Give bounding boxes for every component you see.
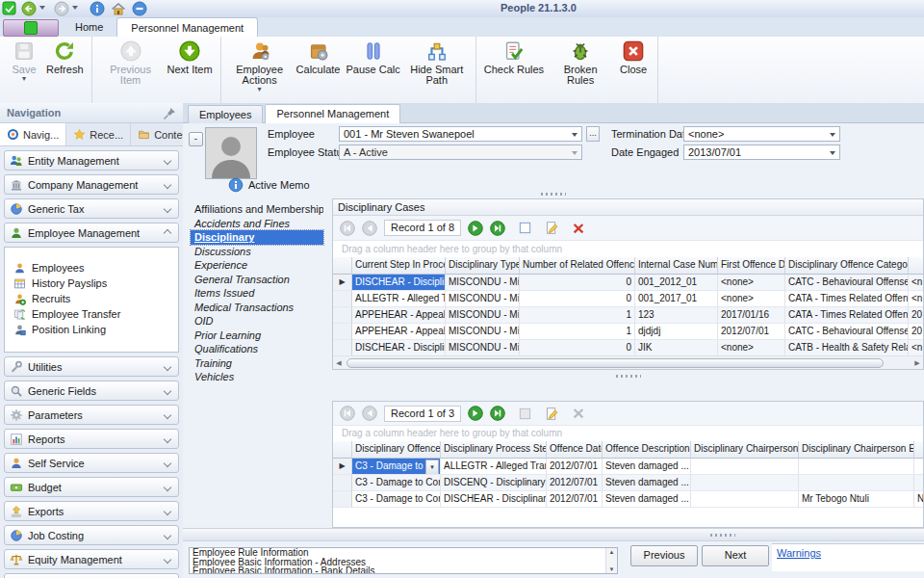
cell[interactable]: 001_2017_01 [635, 291, 718, 307]
row-selector[interactable] [333, 291, 352, 307]
category-item-experience[interactable]: Experience [191, 258, 323, 273]
cell[interactable] [691, 459, 799, 475]
cell[interactable] [914, 459, 923, 475]
nav-group-equity-management[interactable]: Equity Management [4, 549, 179, 569]
cell[interactable]: JIK [635, 340, 718, 356]
cell[interactable]: 0 [520, 275, 635, 291]
scroll-down-icon[interactable]: ▼ [606, 566, 617, 572]
pause-calc-button[interactable]: Pause Calc [343, 39, 402, 75]
column-header-offence-date[interactable]: Offence Date [547, 441, 603, 459]
cell[interactable]: Mr Tebogo Ntuli [799, 491, 914, 508]
column-header-first-offence-date[interactable]: First Offence Date [718, 257, 785, 275]
scroll-right-icon[interactable]: ▶ [911, 357, 923, 368]
rule-information-list[interactable]: Employee Rule InformationEmployee Basic … [189, 547, 618, 574]
cell[interactable]: C3 - Damage to Com... [352, 475, 441, 491]
category-item-disciplinary[interactable]: Disciplinary [191, 230, 323, 245]
cell[interactable]: 0 [520, 291, 635, 307]
edit-record-button[interactable] [545, 221, 559, 235]
nav-item-history-payslips[interactable]: History Payslips [5, 276, 178, 291]
cell[interactable]: 0 [520, 340, 635, 356]
table-row[interactable]: ▶C3 - Damage to ...▾ALLEGTR - Alleged Tr… [333, 459, 923, 475]
nav-item-employee-transfer[interactable]: Employee Transfer [5, 306, 178, 322]
employee-ellipsis-button[interactable]: ... [586, 126, 600, 142]
save-button[interactable]: Save▾ [5, 39, 43, 83]
delete-record-button[interactable] [572, 222, 585, 235]
row-selector[interactable] [333, 491, 352, 508]
ribbon-tab-home[interactable]: Home [62, 18, 116, 37]
cell[interactable]: DISCHEAR - Disciplinary ... [441, 491, 547, 508]
nav-group-exports[interactable]: Exports [4, 501, 179, 521]
cell[interactable]: MISCONDU - Misc... [446, 291, 520, 307]
cell[interactable]: <none> [718, 340, 785, 356]
next-item-button[interactable]: Next Item [165, 39, 216, 75]
cell[interactable]: ALLEGTR - Alleged Trans... [441, 459, 547, 475]
warnings-link[interactable]: Warnings [772, 544, 826, 562]
cell[interactable]: <none> [718, 275, 785, 291]
cell[interactable]: CATC - Behavioural Offenses [785, 324, 909, 340]
category-item-affiliations-and-memberships[interactable]: Affiliations and Memberships [191, 202, 323, 217]
previous-record-button[interactable] [362, 406, 377, 421]
last-record-button[interactable] [490, 221, 505, 236]
category-item-general-transaction[interactable]: General Transaction [191, 273, 323, 287]
column-header-disciplinary-type[interactable]: Disciplinary Type [446, 257, 520, 275]
nav-group-utilities[interactable]: Utilities [4, 356, 179, 377]
nav-group-generic-tax[interactable]: Generic Tax [4, 198, 179, 219]
category-item-accidents-and-fines[interactable]: Accidents and Fines [191, 217, 323, 231]
scroll-up-icon[interactable]: ▲ [606, 549, 617, 555]
cell[interactable]: C3 - Damage to ...▾ [352, 459, 441, 475]
cell[interactable]: DISCHEAR - Disciplina... [352, 340, 446, 356]
pin-icon[interactable] [162, 106, 177, 121]
nav-tab-navig[interactable]: Navig... [0, 123, 66, 145]
employee-actions-button[interactable]: Employee Actions▾ [226, 39, 294, 93]
forward-dropdown-icon[interactable] [72, 6, 78, 10]
cell[interactable]: 001_2012_01 [635, 275, 718, 291]
cell[interactable]: 1 [520, 324, 635, 340]
cell[interactable]: APPEHEAR - Appeal H... [352, 307, 446, 324]
last-record-button[interactable] [490, 406, 505, 421]
help-icon[interactable] [132, 1, 147, 16]
cell[interactable]: <n [909, 275, 923, 291]
category-item-qualifications[interactable]: Qualifications [191, 342, 323, 356]
category-item-prior-learning[interactable]: Prior Learning [191, 328, 323, 343]
cell[interactable]: Steven damaged ... [603, 459, 691, 475]
cell[interactable]: ALLEGTR - Alleged Tr... [352, 291, 446, 307]
table-row[interactable]: C3 - Damage to Com...DISCHEAR - Discipli… [333, 491, 923, 508]
category-item-discussions[interactable]: Discussions [191, 245, 323, 259]
column-header-disciplinary-process-step[interactable]: Disciplinary Process Step [441, 441, 547, 459]
nav-group-entity-management[interactable]: Entity Management [4, 150, 179, 171]
nav-group-job-costing[interactable]: Job Costing [4, 525, 179, 545]
list-scrollbar[interactable]: ▲ ▼ [605, 548, 617, 573]
column-header-disciplinary-offence-category[interactable]: Disciplinary Offence Category [785, 257, 909, 275]
scroll-left-icon[interactable]: ◀ [333, 357, 345, 368]
scrollbar-thumb[interactable] [346, 358, 884, 368]
nav-group-generic-fields[interactable]: Generic Fields [4, 381, 179, 401]
nav-group-employee-management[interactable]: Employee Management [4, 223, 179, 243]
employee-combobox[interactable]: 001 - Mr Steven Swanepoel [339, 126, 582, 142]
cell[interactable]: APPEHEAR - Appeal H... [352, 324, 446, 340]
table-row[interactable]: C3 - Damage to Com...DISCENQ - Disciplin… [333, 475, 923, 491]
calculate-button[interactable]: Calculate [294, 39, 344, 75]
back-dropdown-icon[interactable] [39, 6, 45, 10]
dropdown-arrow-icon[interactable]: ▾ [425, 460, 439, 475]
cell[interactable]: MISCONDU - Misc... [446, 307, 520, 324]
nav-group-parameters[interactable]: Parameters [4, 405, 179, 425]
nav-item-employees[interactable]: Employees [5, 260, 178, 276]
cell[interactable]: CATC - Behavioural Offenses [785, 275, 909, 291]
row-selector[interactable] [333, 324, 352, 340]
column-header-number-of-related-offences[interactable]: Number of Related Offences [520, 257, 635, 275]
home-icon[interactable] [111, 1, 126, 16]
add-record-button[interactable] [518, 221, 532, 235]
row-selector[interactable]: ▶ [333, 459, 352, 475]
refresh-button[interactable]: Refresh [43, 39, 87, 75]
rule-info-item[interactable]: Employee Basic Information - Addresses [190, 558, 617, 567]
check-rules-button[interactable]: Check Rules [481, 39, 547, 75]
rule-info-item[interactable]: Employee Basic Information - Bank Detail… [190, 566, 617, 574]
table-row[interactable]: APPEHEAR - Appeal H...MISCONDU - Misc...… [333, 324, 923, 340]
cell[interactable]: DISCHEAR - Disciplina... [352, 275, 446, 291]
next-record-button[interactable] [468, 406, 483, 421]
cases-horizontal-scrollbar[interactable]: ◀ ▶ [333, 355, 923, 369]
category-item-medical-transactions[interactable]: Medical Transactions [191, 301, 323, 315]
broken-rules-button[interactable]: Broken Rules [547, 39, 614, 86]
cell[interactable] [691, 491, 799, 508]
close-button[interactable]: Close [614, 39, 653, 75]
